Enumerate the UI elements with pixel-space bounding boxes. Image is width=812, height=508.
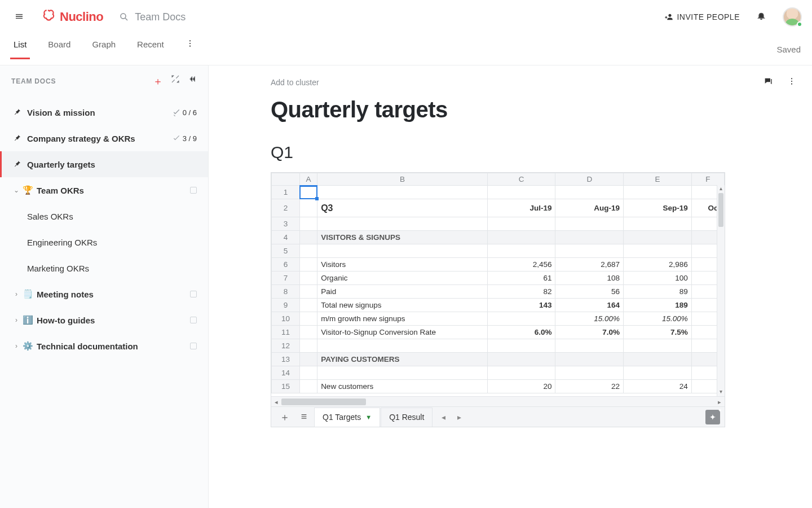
notifications-button[interactable] [757,11,766,23]
row-header[interactable]: 10 [272,312,300,326]
invite-people-button[interactable]: INVITE PEOPLE [664,12,740,21]
row-header[interactable]: 6 [272,258,300,271]
svg-point-0 [121,14,126,19]
svg-point-1 [189,40,191,41]
search-placeholder: Team Docs [135,11,186,23]
gear-icon: ⚙️ [23,341,33,351]
caret-down-icon: ⌄ [12,186,20,194]
checklist-icon [173,108,180,116]
sheet-prev-button[interactable]: ◂ [435,413,451,422]
sheet-tab-q1-targets[interactable]: Q1 Targets▼ [314,408,380,427]
scroll-up-button[interactable]: ▴ [717,185,725,193]
item-checkbox[interactable] [190,343,197,349]
sidebar-item-marketing-okrs[interactable]: Marketing OKRs [0,255,208,281]
row-header[interactable]: 11 [272,326,300,339]
invite-icon [664,12,673,21]
corner-cell[interactable] [272,173,300,186]
sheet-next-button[interactable]: ▸ [451,413,467,422]
row-header[interactable]: 7 [272,271,300,285]
item-checkbox[interactable] [190,187,197,194]
embedded-spreadsheet[interactable]: A B C D E F 1 2 Q3 [271,172,725,427]
row-header[interactable]: 14 [272,366,300,380]
add-to-cluster-link[interactable]: Add to cluster [271,78,812,87]
sidebar-item-team-okrs[interactable]: ⌄ 🏆 Team OKRs [0,177,208,203]
save-status: Saved [776,45,801,54]
brand-logo[interactable]: Nuclino [42,8,103,26]
page-title: Quarterly targets [271,97,812,122]
section-heading: Q1 [271,143,812,162]
tab-board[interactable]: Board [46,40,73,59]
tab-list[interactable]: List [11,40,29,59]
scroll-thumb[interactable] [281,398,366,405]
svg-point-4 [791,78,792,79]
scroll-thumb[interactable] [718,193,723,227]
explore-button[interactable]: ✦ [705,410,720,424]
cell-q3[interactable]: Q3 [317,199,488,217]
row-header[interactable]: 9 [272,299,300,312]
col-header-f[interactable]: F [691,173,724,186]
svg-point-6 [791,84,792,85]
doc-more-button[interactable] [787,77,796,89]
search-icon [119,12,129,22]
sidebar-item-strategy[interactable]: Company strategy & OKRs 3 / 9 [0,125,208,151]
tab-recent[interactable]: Recent [135,40,166,59]
sidebar: TEAM DOCS ＋ Vision & mission 0 / 6 [0,65,209,508]
caret-right-icon: › [12,342,20,350]
item-checkbox[interactable] [190,291,197,297]
row-header[interactable]: 12 [272,339,300,353]
search-button[interactable]: Team Docs [119,11,186,23]
caret-right-icon: › [12,290,20,298]
col-header-d[interactable]: D [555,173,624,186]
sheet-tab-q1-results[interactable]: Q1 Result [381,408,433,427]
row-header[interactable]: 3 [272,217,300,231]
row-header[interactable]: 5 [272,244,300,258]
horizontal-scrollbar[interactable]: ◂ ▸ [271,396,725,406]
sidebar-item-engineering-okrs[interactable]: Engineering OKRs [0,229,208,255]
col-header-c[interactable]: C [487,173,555,186]
comments-icon [764,77,773,86]
sidebar-item-howto[interactable]: › ℹ️ How-to guides [0,307,208,333]
menu-button[interactable] [10,7,28,27]
task-count: 0 / 6 [173,108,197,117]
expand-icon [171,75,180,84]
brand-icon [42,8,56,26]
presence-indicator [797,21,802,27]
row-header[interactable]: 2 [272,199,300,217]
row-header[interactable]: 1 [272,186,300,199]
sidebar-add-button[interactable]: ＋ [153,75,163,88]
sidebar-heading: TEAM DOCS [11,77,56,85]
sidebar-expand-button[interactable] [171,75,180,88]
sidebar-item-technical-docs[interactable]: › ⚙️ Technical documentation [0,333,208,359]
sheet-tab-dropdown[interactable]: ▼ [365,414,372,421]
scroll-down-button[interactable]: ▾ [717,388,725,396]
row-header[interactable]: 13 [272,353,300,366]
tab-graph[interactable]: Graph [90,40,118,59]
scroll-right-button[interactable]: ▸ [714,397,725,407]
svg-point-5 [791,81,792,82]
caret-right-icon: › [12,316,20,324]
sidebar-item-quarterly-targets[interactable]: Quarterly targets [0,151,208,177]
more-icon [787,77,796,86]
sidebar-collapse-button[interactable] [188,75,197,88]
row-header[interactable]: 15 [272,380,300,393]
sidebar-item-meeting-notes[interactable]: › 🗒️ Meeting notes [0,281,208,307]
tab-more-button[interactable] [183,39,197,60]
item-checkbox[interactable] [190,317,197,323]
col-header-e[interactable]: E [624,173,692,186]
invite-label: INVITE PEOPLE [677,12,740,21]
sidebar-item-sales-okrs[interactable]: Sales OKRs [0,203,208,229]
row-header[interactable]: 4 [272,231,300,244]
checklist-icon [173,134,180,142]
col-header-b[interactable]: B [317,173,488,186]
bell-icon [757,11,766,20]
all-sheets-button[interactable]: ≡ [295,408,313,426]
user-avatar[interactable] [783,7,802,27]
comments-button[interactable] [764,77,773,89]
cell-a1[interactable] [299,186,317,199]
add-sheet-button[interactable]: ＋ [276,408,294,426]
col-header-a[interactable]: A [299,173,317,186]
sidebar-item-vision[interactable]: Vision & mission 0 / 6 [0,99,208,125]
scroll-left-button[interactable]: ◂ [271,397,281,407]
row-header[interactable]: 8 [272,285,300,299]
vertical-scrollbar[interactable]: ▴ ▾ [717,185,725,396]
